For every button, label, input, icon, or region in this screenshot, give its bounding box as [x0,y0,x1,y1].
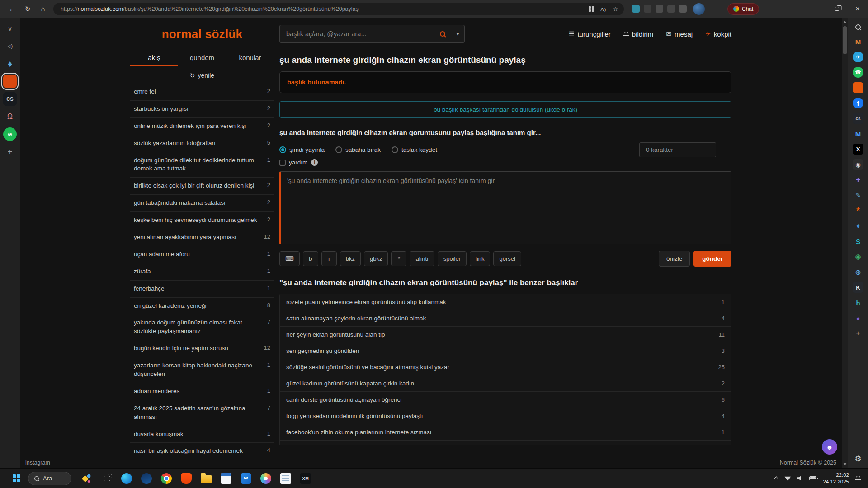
sidebar-search-icon[interactable] [855,24,861,30]
new-tab-button[interactable]: + [3,145,17,159]
favorite-star-icon[interactable]: ☆ [613,5,618,13]
sidebar-topic-item[interactable]: online müzik dinlemek için para veren ki… [130,118,274,135]
taskbar-steam-icon[interactable] [137,469,156,488]
keyboard-button[interactable]: ⌨ [279,251,300,266]
sidebar-topic-item[interactable]: bugün kendin için ne yaptın sorusu 12 [130,340,274,357]
sidebar-topic-item[interactable]: starbucks ön yargısı 2 [130,101,274,118]
taskbar-brave-icon[interactable] [176,469,196,488]
scroll-up-arrow[interactable] [843,21,847,23]
tab-bluesky-icon[interactable]: ♦ [3,57,17,70]
close-button[interactable]: × [847,0,868,18]
taskbar-photos-icon[interactable] [256,469,276,488]
sidebar-app-camera-icon[interactable]: ◉ [853,159,863,170]
split-screen-icon[interactable] [589,6,594,12]
sidebar-app-diamond-icon[interactable]: ♦ [853,221,863,231]
sidebar-app-facebook-icon[interactable]: f [853,98,863,108]
sidebar-app-asterisk-icon[interactable]: * [853,205,863,216]
bold-button[interactable]: b [303,251,318,266]
sidebar-app-messenger-icon[interactable]: M [853,128,863,139]
search-options-button[interactable]: ▾ [451,25,465,43]
sidebar-topic-item[interactable]: en güzel karadeniz yemeği 8 [130,298,274,315]
site-search-button[interactable] [434,25,451,43]
tab-normalsozluk-active[interactable] [3,75,17,88]
sidebar-app-plus-icon[interactable]: + [853,174,863,185]
task-view-button[interactable] [97,469,117,488]
scrollbar-thumb[interactable] [843,26,847,54]
tab-gundem[interactable]: gündem [178,50,226,66]
footer-ticker[interactable]: instagram [25,460,50,466]
sidebar-app-compass-icon[interactable]: ⊕ [853,267,863,277]
read-aloud-icon[interactable] [600,5,607,13]
taskbar-chrome-icon[interactable] [156,469,176,488]
chat-button[interactable]: Chat [727,3,759,15]
wifi-icon[interactable] [784,476,791,481]
extension-icon-3[interactable] [656,5,663,13]
sidebar-app-purple-icon[interactable]: ● [853,313,863,324]
similar-topic-item[interactable]: canlı derste görüntüsünü açmayan öğrenci… [280,392,731,408]
sidebar-topic-item[interactable]: gün tabağındaki makarna salatası 2 [130,195,274,212]
taskbar-search[interactable]: Ara [28,472,71,485]
tab-people-icon[interactable]: Ω [3,110,17,123]
nav-mesaj[interactable]: ✉mesaj [666,30,693,38]
radio-simdi-yayinla[interactable]: şimdi yayınla [279,146,325,153]
sidebar-topic-item[interactable]: adnan menderes 1 [130,383,274,400]
sidebar-topic-item[interactable]: emre fel 2 [130,84,274,101]
sidebar-topic-item[interactable]: uçan adam metaforu 1 [130,246,274,263]
sidebar-app-telegram-icon[interactable]: ✈ [853,52,863,62]
sidebar-topic-item[interactable]: birlikte olsak çok iyi bir çift oluruz d… [130,178,274,195]
widgets-button[interactable] [77,469,97,488]
extension-icon-4[interactable] [667,5,675,13]
spoiler-button[interactable]: spoiler [438,251,467,266]
similar-topic-item[interactable]: satın alınamayan şeylerin ekran görüntüs… [280,310,731,327]
nav-bildirim[interactable]: bildirim [623,30,654,38]
site-logo[interactable]: normal sözlük [162,27,243,41]
sidebar-add-button[interactable]: + [853,328,863,339]
similar-topic-item[interactable]: güzel kadının görüntüsünü kapatan çirkin… [280,375,731,392]
start-button[interactable] [6,469,26,488]
star-button[interactable]: * [391,251,406,266]
extension-icon-1[interactable] [632,5,640,13]
minimize-button[interactable] [806,0,826,18]
taskbar-calendar-icon[interactable] [216,469,236,488]
preview-button[interactable]: önizle [659,251,690,267]
browser-menu-button[interactable]: ⋯ [708,1,723,17]
sidebar-app-h-icon[interactable]: h [853,297,863,308]
tab-akis[interactable]: akış [130,50,178,66]
sidebar-topic-item[interactable]: yakında doğum gününüzün olması fakat söz… [130,314,274,340]
scroll-down-arrow[interactable] [843,463,847,465]
sidebar-topic-item[interactable]: fenerbahçe 1 [130,281,274,298]
sidebar-app-green-icon[interactable]: ◉ [853,251,863,262]
sidebar-app-k-icon[interactable]: K [853,282,863,293]
battery-icon[interactable] [809,476,816,480]
similar-topic-item[interactable]: togg yeni sedan modelinin ilk görüntüsün… [280,408,731,424]
site-search-input[interactable] [279,25,434,43]
refresh-topics-link[interactable]: ↻ yenile [130,66,274,84]
address-bar[interactable]: https://normalsozluk.com/baslik/şu%20and… [53,3,624,15]
sidebar-topic-item[interactable]: yeni alınan ayakkabının yara yapması 12 [130,229,274,246]
help-checkbox[interactable]: yardım [279,159,307,166]
extensions-puzzle-icon[interactable] [679,5,687,13]
taskbar-clock[interactable]: 22:02 24.12.2025 [823,472,849,485]
sidebar-topic-item[interactable]: keşke beni hiç sevmeseydi durumuna gelme… [130,212,274,229]
sidebar-topic-item[interactable]: yazarların korsan kitap hakkındaki naçiz… [130,357,274,383]
sidebar-app-whatsapp-icon[interactable]: ☎ [853,67,863,78]
volume-icon[interactable] [797,476,803,481]
sidebar-app-s-icon[interactable]: S [853,236,863,247]
tab-spotify-icon[interactable]: ≋ [3,127,17,141]
home-button[interactable]: ⌂ [35,1,51,17]
page-scrollbar[interactable] [842,18,848,468]
taskbar-edge-icon[interactable] [117,469,137,488]
sidebar-app-cs-icon[interactable]: cs [853,113,863,124]
tab-cs-icon[interactable]: CS [3,92,17,106]
sidebar-app-orange-icon[interactable] [853,82,863,93]
similar-topic-item[interactable]: rozete puanı yetmeyince ekran görüntüsün… [280,294,731,310]
sidebar-topic-item[interactable]: zürafa 1 [130,263,274,281]
notifications-icon[interactable] [855,476,861,481]
sidebar-app-x-icon[interactable]: X [853,144,863,155]
extension-icon-2[interactable] [644,5,651,13]
link-button[interactable]: link [470,251,491,266]
maximize-button[interactable] [826,0,847,18]
vertical-tabs-collapse-button[interactable]: ∨ [3,22,17,35]
tab-audio-icon[interactable]: ◁) [3,39,17,53]
tray-expand-icon[interactable] [774,476,779,481]
